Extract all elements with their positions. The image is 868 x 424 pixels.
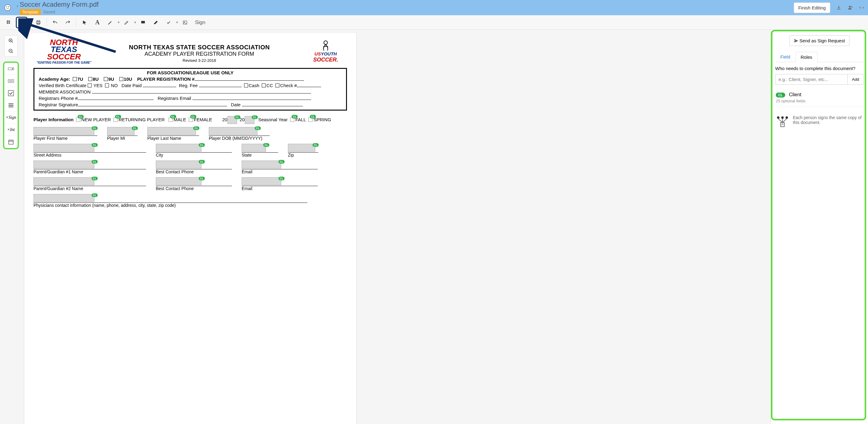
email2-label: Email xyxy=(242,186,318,191)
image-icon[interactable] xyxy=(179,17,191,28)
assoc-header: FOR ASSOCIATION/LEAGUE USE ONLY xyxy=(39,70,342,75)
form-title: ACADEMY PLAYER REGISTRATION FORM xyxy=(94,51,304,57)
year-b-field[interactable]: CL xyxy=(245,116,254,124)
svg-rect-4 xyxy=(7,21,8,22)
spring-check[interactable]: CL xyxy=(308,118,313,122)
svg-rect-21 xyxy=(8,80,14,83)
zoom-out-icon[interactable] xyxy=(5,46,17,56)
paragraph-field-tool-icon[interactable] xyxy=(4,75,18,87)
last-name-label: Player Last Name xyxy=(147,136,199,141)
svg-rect-9 xyxy=(20,22,24,23)
zip-field[interactable]: CL xyxy=(288,144,315,152)
physician-field[interactable]: CL xyxy=(33,194,94,202)
female-check[interactable]: CL xyxy=(189,118,193,122)
svg-point-34 xyxy=(781,116,784,119)
roles-question: Who needs to complete this document? xyxy=(775,66,864,71)
redo-icon[interactable] xyxy=(62,17,74,28)
multi-signer-icon xyxy=(775,115,790,128)
last-name-field[interactable]: CL xyxy=(147,127,196,135)
state-label: State xyxy=(242,152,278,158)
role-item-client[interactable]: CL Client 25 optional fields xyxy=(775,89,864,107)
first-name-label: Player First Name xyxy=(33,136,97,141)
highlighter-dropdown-icon[interactable]: ▼ xyxy=(134,21,137,24)
phone1-label: Best Contact Phone xyxy=(156,169,232,174)
svg-rect-13 xyxy=(37,23,39,24)
svg-rect-7 xyxy=(8,22,10,24)
returning-check[interactable]: CL xyxy=(114,118,118,122)
tab-roles[interactable]: Roles xyxy=(796,52,817,62)
svg-rect-5 xyxy=(8,21,10,22)
role-note: Each person signs the same copy of this … xyxy=(775,115,864,128)
pointer-icon[interactable] xyxy=(79,17,90,28)
dob-field[interactable]: CL xyxy=(209,127,257,135)
signature-tool-icon[interactable]: ×Sign xyxy=(4,112,18,124)
city-field[interactable]: CL xyxy=(156,144,202,152)
pen-dropdown-icon[interactable]: ▼ xyxy=(117,21,120,24)
pg2-field[interactable]: CL xyxy=(33,177,94,185)
city-label: City xyxy=(156,152,232,158)
mi-field[interactable]: CL xyxy=(107,127,134,135)
street-field[interactable]: CL xyxy=(33,144,94,152)
add-role-button[interactable]: Add xyxy=(847,74,864,85)
org-title: NORTH TEXAS STATE SOCCER ASSOCIATION xyxy=(94,44,304,51)
role-note-text: Each person signs the same copy of this … xyxy=(793,115,864,125)
new-player-check[interactable]: CL xyxy=(76,118,80,122)
phone1-field[interactable]: CL xyxy=(156,161,202,168)
svg-rect-24 xyxy=(8,90,14,96)
date-tool-icon[interactable] xyxy=(4,136,18,148)
checkbox-tool-icon[interactable] xyxy=(4,87,18,99)
state-field[interactable]: CL xyxy=(242,144,266,152)
dropdown-tool-icon[interactable] xyxy=(4,99,18,112)
revised-date: Revised 3-22-2018 xyxy=(94,58,304,63)
add-person-icon[interactable] xyxy=(847,5,854,11)
pen-icon[interactable] xyxy=(104,17,116,28)
player-info-row: Player Information CLNEW PLAYER CLRETURN… xyxy=(33,116,347,124)
checkmark-dropdown-icon[interactable]: ▼ xyxy=(176,21,179,24)
fall-check[interactable]: CL xyxy=(290,118,294,122)
association-box: FOR ASSOCIATION/LEAGUE USE ONLY Academy … xyxy=(33,68,347,111)
svg-rect-28 xyxy=(9,140,13,144)
role-badge: CL xyxy=(776,93,785,97)
role-name-input[interactable] xyxy=(775,74,847,85)
undo-icon[interactable] xyxy=(49,17,61,28)
print-icon[interactable] xyxy=(33,17,44,28)
email1-field[interactable]: CL xyxy=(242,161,281,168)
pg1-field[interactable]: CL xyxy=(33,161,94,168)
phone2-field[interactable]: CL xyxy=(156,177,202,185)
eraser-icon[interactable] xyxy=(150,17,162,28)
north-texas-logo: NORTH TEXAS SOCCER "IGNITING PASSION FOR… xyxy=(33,39,94,64)
role-name: Client xyxy=(789,92,801,97)
svg-rect-10 xyxy=(20,24,24,24)
email1-label: Email xyxy=(242,169,318,174)
male-check[interactable]: CL xyxy=(168,118,173,122)
zoom-in-icon[interactable] xyxy=(5,36,17,46)
svg-point-3 xyxy=(849,6,851,8)
tab-field[interactable]: Field xyxy=(775,52,796,62)
svg-rect-6 xyxy=(7,22,8,24)
first-name-field[interactable]: CL xyxy=(33,127,94,135)
finish-editing-button[interactable]: Finish Editing xyxy=(794,2,830,13)
svg-point-1 xyxy=(6,6,7,7)
document-canvas[interactable]: NORTH TEXAS SOCCER "IGNITING PASSION FOR… xyxy=(22,30,771,424)
svg-rect-19 xyxy=(8,67,12,70)
doc-title-center: NORTH TEXAS STATE SOCCER ASSOCIATION ACA… xyxy=(94,39,304,63)
text-icon[interactable]: A xyxy=(92,17,103,28)
grid-view-icon[interactable] xyxy=(3,17,14,28)
initials-tool-icon[interactable]: ×Int xyxy=(4,124,18,136)
highlighter-icon[interactable] xyxy=(121,17,132,28)
sign-button[interactable]: Sign xyxy=(191,17,209,28)
download-icon[interactable] xyxy=(836,5,842,11)
year-a-field[interactable]: CL xyxy=(227,116,237,124)
menu-icon[interactable]: ▼ xyxy=(859,5,865,11)
app-header: ' Soccer Academy Form.pdf Template Saved… xyxy=(0,0,868,15)
comment-icon[interactable] xyxy=(137,17,149,28)
form-fields-icon[interactable] xyxy=(16,17,27,28)
left-tool-area: ×Sign ×Int xyxy=(0,30,22,424)
send-sign-request-button[interactable]: Send as Sign Request xyxy=(789,35,849,46)
checkmark-icon[interactable] xyxy=(163,17,175,28)
svg-point-2 xyxy=(8,6,9,7)
email2-field[interactable]: CL xyxy=(242,177,281,185)
field-tools-panel: ×Sign ×Int xyxy=(3,61,19,149)
text-field-tool-icon[interactable] xyxy=(4,63,18,75)
svg-point-33 xyxy=(777,116,779,119)
